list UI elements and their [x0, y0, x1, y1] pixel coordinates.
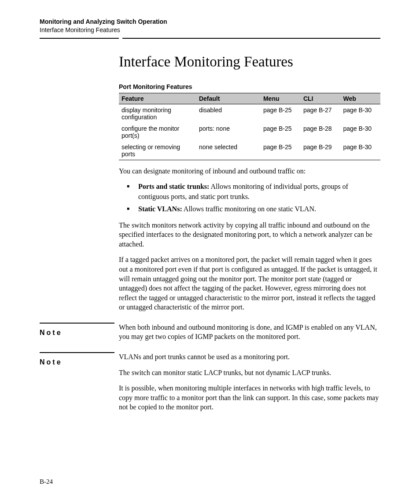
cell-default: ports: none — [196, 123, 261, 141]
cell-default: none selected — [196, 141, 261, 160]
cell-feature: configure the monitor port(s) — [119, 123, 196, 141]
intro-paragraph: You can designate monitoring of inbound … — [119, 166, 380, 176]
note-label: Note — [40, 356, 114, 366]
cell-menu: page B-25 — [261, 141, 301, 160]
th-menu: Menu — [261, 93, 301, 104]
table-row: selecting or removing ports none selecte… — [119, 141, 380, 160]
body-paragraph: If a tagged packet arrives on a monitore… — [119, 255, 380, 312]
th-cli: CLI — [301, 93, 341, 104]
cell-cli: page B-27 — [301, 104, 341, 123]
note-block: Note When both inbound and outbound moni… — [40, 323, 380, 348]
body-paragraph: The switch monitors network activity by … — [119, 221, 380, 249]
bullet-lead: Ports and static trunks: — [138, 183, 209, 190]
th-web: Web — [340, 93, 380, 104]
note-block: Note VLANs and port trunks cannot be use… — [40, 352, 380, 418]
cell-default: disabled — [196, 104, 261, 123]
features-table: Feature Default Menu CLI Web display mon… — [119, 93, 380, 160]
page-number: B-24 — [40, 478, 53, 486]
bullet-list: Ports and static trunks: Allows monitori… — [119, 182, 380, 214]
cell-web: page B-30 — [340, 141, 380, 160]
cell-cli: page B-28 — [301, 123, 341, 141]
list-item: Static VLANs: Allows traffic monitoring … — [119, 204, 380, 214]
table-row: display monitoring configuration disable… — [119, 104, 380, 123]
header-rule — [40, 38, 380, 39]
cell-cli: page B-29 — [301, 141, 341, 160]
note-text: When both inbound and outbound monitorin… — [119, 323, 380, 342]
table-row: configure the monitor port(s) ports: non… — [119, 123, 380, 141]
body-paragraph: The switch can monitor static LACP trunk… — [119, 368, 380, 378]
cell-menu: page B-25 — [261, 104, 301, 123]
th-default: Default — [196, 93, 261, 104]
section-title: Interface Monitoring Features — [119, 54, 380, 70]
bullet-lead: Static VLANs: — [138, 205, 182, 213]
list-item: Ports and static trunks: Allows monitori… — [119, 182, 380, 202]
running-header: Monitoring and Analyzing Switch Operatio… — [40, 18, 380, 34]
bullet-rest: Allows traffic monitoring on one static … — [182, 205, 316, 213]
body-paragraph: It is possible, when monitoring multiple… — [119, 383, 380, 412]
table-caption: Port Monitoring Features — [119, 83, 380, 90]
running-header-chapter: Monitoring and Analyzing Switch Operatio… — [40, 18, 380, 26]
cell-web: page B-30 — [340, 104, 380, 123]
th-feature: Feature — [119, 93, 196, 104]
note-label: Note — [40, 326, 114, 337]
note-text: VLANs and port trunks cannot be used as … — [119, 352, 380, 362]
page: Monitoring and Analyzing Switch Operatio… — [0, 0, 420, 504]
cell-web: page B-30 — [340, 123, 380, 141]
running-header-section: Interface Monitoring Features — [40, 26, 380, 34]
cell-feature: display monitoring configuration — [119, 104, 196, 123]
cell-menu: page B-25 — [261, 123, 301, 141]
cell-feature: selecting or removing ports — [119, 141, 196, 160]
